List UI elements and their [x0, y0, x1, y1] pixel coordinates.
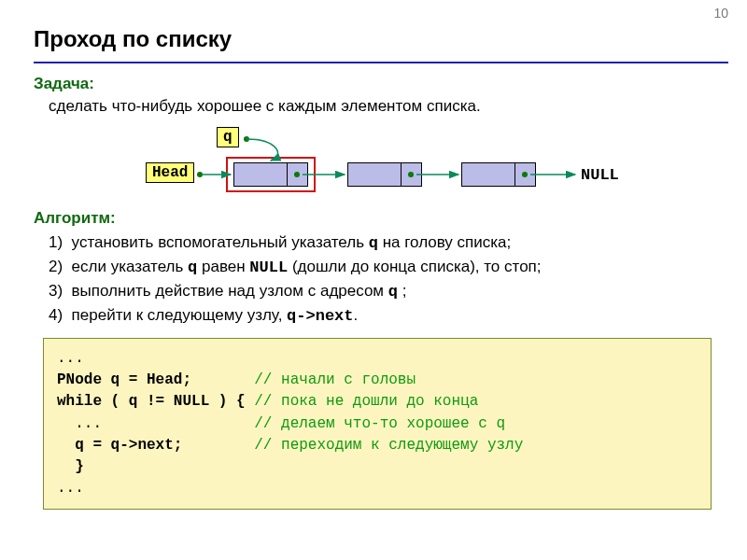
linked-list-diagram: q Head NULL [34, 127, 721, 202]
list-item: 4) перейти к следующему узлу, q->next. [49, 306, 721, 325]
algorithm-label: Алгоритм: [34, 209, 721, 228]
algorithm-list: 1) установить вспомогательный указатель … [49, 233, 721, 325]
list-node [347, 162, 422, 187]
list-item: 3) выполнить действие над узлом с адресо… [49, 282, 721, 301]
list-node [461, 162, 536, 187]
page-title: Проход по списку [34, 26, 747, 52]
page-number: 10 [713, 6, 728, 21]
task-label: Задача: [34, 75, 721, 93]
q-pointer-label: q [217, 127, 239, 147]
null-label: NULL [581, 166, 619, 184]
head-pointer-label: Head [146, 162, 194, 183]
list-node [233, 162, 308, 187]
list-item: 2) если указатель q равен NULL (дошли до… [49, 258, 721, 276]
task-text: сделать что-нибудь хорошее с каждым элем… [49, 97, 721, 116]
list-item: 1) установить вспомогательный указатель … [49, 233, 721, 252]
code-block: ... PNode q = Head; // начали с головы w… [43, 338, 712, 510]
